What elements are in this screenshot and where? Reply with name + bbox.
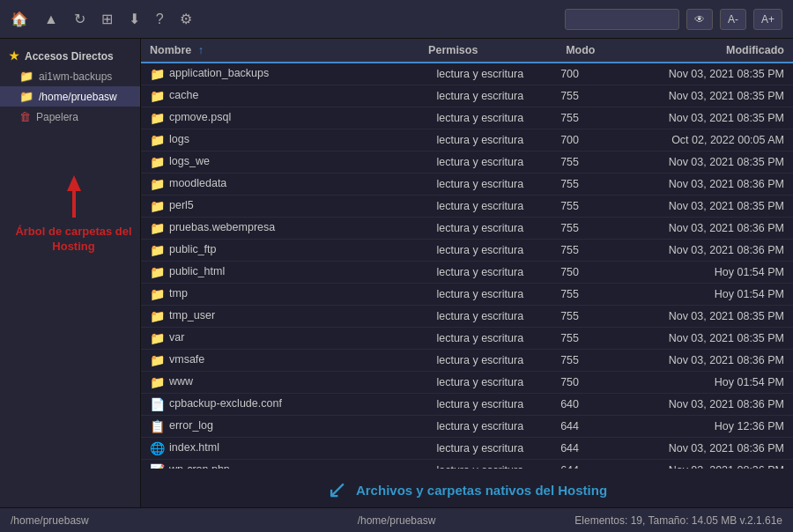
file-table-header: Nombre ↑ Permisos Modo Modificado (141, 39, 793, 63)
font-increase-button[interactable]: A+ (753, 9, 782, 30)
table-row[interactable]: 📁public_ftp lectura y escritura 755 Nov … (141, 240, 793, 262)
table-row[interactable]: 📁pruebas.webempresa lectura y escritura … (141, 218, 793, 240)
cell-modificado: Nov 03, 2021 08:35 PM (588, 107, 793, 129)
arrow-diag-icon: ↙ (327, 477, 347, 502)
cell-name: 📁www (141, 372, 371, 394)
up-icon[interactable]: ▲ (44, 11, 58, 27)
table-row[interactable]: 📁logs_we lectura y escritura 755 Nov 03,… (141, 151, 793, 174)
cell-name: 📁perl5 (141, 196, 371, 218)
toolbar: 🏠 ▲ ↻ ⊞ ⬇ ? ⚙ 👁 A- A+ (0, 0, 793, 39)
col-permisos[interactable]: Permisos (319, 39, 486, 63)
table-row[interactable]: 📁application_backups lectura y escritura… (141, 63, 793, 85)
table-row[interactable]: 📁var lectura y escritura 755 Nov 03, 202… (141, 328, 793, 350)
file-type-icon: 📁 (150, 155, 164, 169)
cell-modo: 644 (532, 460, 588, 469)
cell-modo: 750 (532, 372, 588, 394)
table-row[interactable]: 📁logs lectura y escritura 700 Oct 02, 20… (141, 129, 793, 151)
file-table: Nombre ↑ Permisos Modo Modificado (141, 39, 793, 63)
table-row[interactable]: 📁moodledata lectura y escritura 755 Nov … (141, 174, 793, 196)
cell-permisos: lectura y escritura (371, 129, 532, 151)
table-row[interactable]: 📁perl5 lectura y escritura 755 Nov 03, 2… (141, 196, 793, 218)
star-icon: ★ (9, 49, 19, 63)
file-type-icon: 📁 (150, 243, 164, 257)
help-icon[interactable]: ? (156, 11, 164, 27)
cell-permisos: lectura y escritura (371, 284, 532, 306)
file-list-container: Nombre ↑ Permisos Modo Modificado 📁appli… (141, 39, 793, 507)
file-list-scroll[interactable]: 📁application_backups lectura y escritura… (141, 63, 793, 469)
table-row[interactable]: 📁vmsafe lectura y escritura 755 Nov 03, … (141, 350, 793, 372)
table-row[interactable]: 📁tmp lectura y escritura 755 Hoy 01:54 P… (141, 284, 793, 306)
col-nombre[interactable]: Nombre ↑ (141, 39, 319, 63)
cell-permisos: lectura y escritura (371, 460, 532, 469)
table-row[interactable]: 📁www lectura y escritura 750 Hoy 01:54 P… (141, 372, 793, 394)
cell-name: 📁cpmove.psql (141, 107, 371, 129)
cell-permisos: lectura y escritura (371, 85, 532, 107)
cell-name: 📝wp-cron.php (141, 460, 371, 469)
annotation-arrow-left: ↙ (327, 477, 347, 502)
cell-modificado: Hoy 01:54 PM (588, 284, 793, 306)
table-row[interactable]: 📁public_html lectura y escritura 750 Hoy… (141, 262, 793, 284)
cell-modo: 755 (532, 218, 588, 240)
refresh-icon[interactable]: ↻ (74, 11, 85, 27)
sidebar-annotation: Árbol de carpetas del Hosting (7, 175, 140, 255)
sidebar-item-trash[interactable]: 🗑 Papelera (0, 107, 140, 127)
cell-name: 📁pruebas.webempresa (141, 218, 371, 240)
cell-name: 📋error_log (141, 416, 371, 438)
cell-modo: 640 (532, 394, 588, 416)
cell-modificado: Nov 03, 2021 08:35 PM (588, 151, 793, 174)
table-row[interactable]: 📁cache lectura y escritura 755 Nov 03, 2… (141, 85, 793, 107)
sidebar: ★ Accesos Directos 📁 ai1wm-backups 📁 /ho… (0, 39, 141, 507)
sidebar-item-home[interactable]: 📁 /home/pruebasw (0, 86, 140, 107)
cell-permisos: lectura y escritura (371, 328, 532, 350)
table-row[interactable]: 📁tmp_user lectura y escritura 755 Nov 03… (141, 306, 793, 328)
main-area: ★ Accesos Directos 📁 ai1wm-backups 📁 /ho… (0, 39, 793, 507)
table-row[interactable]: 📁cpmove.psql lectura y escritura 755 Nov… (141, 107, 793, 129)
sidebar-section-accesos: ★ Accesos Directos (0, 46, 140, 66)
home-icon[interactable]: 🏠 (11, 11, 28, 27)
cell-name: 📁public_ftp (141, 240, 371, 262)
sidebar-item-ai1wm[interactable]: 📁 ai1wm-backups (0, 66, 140, 86)
grid-icon[interactable]: ⊞ (101, 11, 113, 27)
cell-permisos: lectura y escritura (371, 394, 532, 416)
toolbar-right: 👁 A- A+ (565, 9, 782, 30)
arrow-up-icon (67, 175, 81, 191)
table-row[interactable]: 📝wp-cron.php lectura y escritura 644 Nov… (141, 460, 793, 469)
cell-permisos: lectura y escritura (371, 196, 532, 218)
cell-permisos: lectura y escritura (371, 174, 532, 196)
cell-permisos: lectura y escritura (371, 63, 532, 85)
cell-modo: 700 (532, 129, 588, 151)
cell-modo: 755 (532, 328, 588, 350)
col-modo[interactable]: Modo (486, 39, 604, 63)
eye-button[interactable]: 👁 (686, 9, 713, 30)
cell-name: 📁vmsafe (141, 350, 371, 372)
search-input[interactable] (565, 9, 679, 30)
file-type-icon: 🌐 (150, 441, 164, 455)
cell-modo: 755 (532, 240, 588, 262)
settings-icon[interactable]: ⚙ (180, 11, 192, 27)
file-type-icon: 📋 (150, 419, 164, 433)
cell-modificado: Nov 03, 2021 08:35 PM (588, 196, 793, 218)
file-type-icon: 📁 (150, 309, 164, 323)
cell-modificado: Nov 03, 2021 08:36 PM (588, 218, 793, 240)
cell-name: 🌐index.html (141, 438, 371, 460)
file-type-icon: 📁 (150, 133, 164, 147)
table-row[interactable]: 🌐index.html lectura y escritura 644 Nov … (141, 438, 793, 460)
font-decrease-button[interactable]: A- (720, 9, 746, 30)
cell-name: 📁cache (141, 85, 371, 107)
cell-permisos: lectura y escritura (371, 151, 532, 174)
cell-modo: 700 (532, 63, 588, 85)
cell-modo: 755 (532, 306, 588, 328)
cell-modificado: Nov 03, 2021 08:36 PM (588, 350, 793, 372)
status-left: /home/pruebasw (11, 514, 268, 527)
bottom-annotation: ↙ Archivos y carpetas nativos del Hostin… (141, 469, 793, 507)
table-row[interactable]: 📋error_log lectura y escritura 644 Hoy 1… (141, 416, 793, 438)
cell-permisos: lectura y escritura (371, 306, 532, 328)
status-center: /home/pruebasw (268, 514, 525, 527)
cell-modificado: Nov 03, 2021 08:35 PM (588, 306, 793, 328)
col-modificado[interactable]: Modificado (604, 39, 793, 63)
file-type-icon: 📁 (150, 375, 164, 389)
table-row[interactable]: 📄cpbackup-exclude.conf lectura y escritu… (141, 394, 793, 416)
cell-permisos: lectura y escritura (371, 372, 532, 394)
download-icon[interactable]: ⬇ (129, 11, 140, 27)
file-type-icon: 📁 (150, 221, 164, 235)
